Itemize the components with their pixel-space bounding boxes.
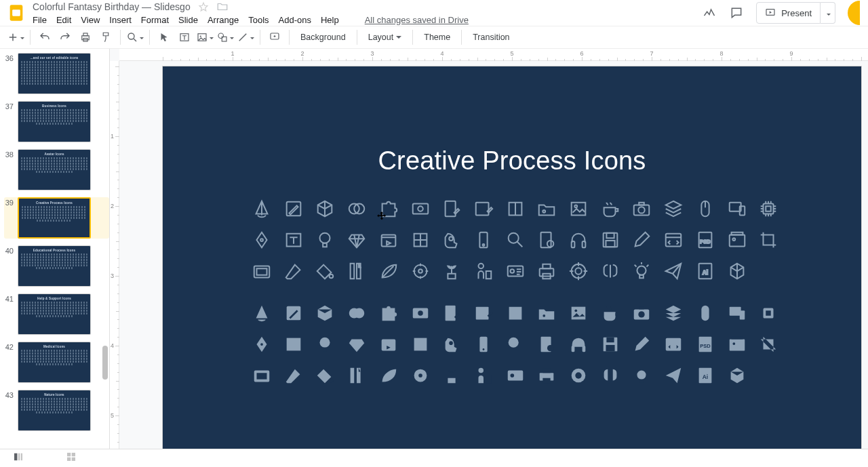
thumb-40[interactable]: 40Educational Process Icons: [4, 245, 109, 287]
solid-book-icon[interactable]: [505, 302, 526, 324]
outline-gallery-icon[interactable]: [726, 229, 748, 251]
menu-insert[interactable]: Insert: [109, 15, 132, 25]
solid-printer-icon[interactable]: [536, 365, 557, 386]
transition-button[interactable]: Transition: [467, 28, 515, 46]
outline-headphones-icon[interactable]: [568, 229, 589, 251]
save-status[interactable]: All changes saved in Drive: [365, 15, 469, 25]
solid-video-icon[interactable]: [378, 333, 399, 355]
print-button[interactable]: [77, 28, 94, 46]
outline-plant-icon[interactable]: [441, 260, 462, 282]
filmstrip-view-icon[interactable]: [12, 451, 24, 466]
solid-eye-frame-icon[interactable]: [410, 302, 431, 324]
outline-eye-frame-icon[interactable]: [410, 198, 431, 220]
outline-ai-file-icon[interactable]: Ai: [694, 260, 716, 282]
icon-grid-outline[interactable]: PSDAi: [251, 198, 780, 282]
outline-crop-icon[interactable]: [757, 229, 779, 251]
present-dropdown[interactable]: [821, 2, 835, 24]
outline-picture-icon[interactable]: [568, 198, 589, 220]
outline-figure-icon[interactable]: [473, 260, 494, 282]
outline-code-window-icon[interactable]: [663, 229, 684, 251]
solid-code-window-icon[interactable]: [663, 333, 684, 355]
menu-tools[interactable]: Tools: [248, 15, 269, 25]
present-button[interactable]: Present: [756, 2, 821, 24]
solid-puzzle-icon[interactable]: [378, 302, 399, 324]
outline-target-icon[interactable]: [568, 260, 589, 282]
solid-magnifier-icon[interactable]: [505, 333, 526, 355]
solid-gallery-icon[interactable]: [726, 333, 748, 355]
outline-pencil-ruler-icon[interactable]: [283, 198, 304, 220]
solid-paint-bucket-icon[interactable]: [314, 365, 336, 386]
solid-paper-plane-icon[interactable]: [663, 365, 684, 386]
theme-button[interactable]: Theme: [418, 28, 456, 46]
menu-slide[interactable]: Slide: [178, 15, 198, 25]
solid-target-icon[interactable]: [568, 365, 589, 386]
thumb-36[interactable]: 36...and our set of editable icons: [4, 53, 109, 94]
solid-folder-image-icon[interactable]: [536, 302, 557, 324]
menu-arrange[interactable]: Arrange: [208, 15, 239, 25]
select-tool[interactable]: [155, 28, 173, 46]
solid-head-gear-icon[interactable]: [441, 333, 462, 355]
document-title[interactable]: Colorful Fantasy Birthday — Slidesgo: [33, 1, 191, 12]
solid-layers-icon[interactable]: [663, 302, 684, 324]
outline-floppy-icon[interactable]: [599, 229, 621, 251]
outline-bulb-icon[interactable]: [314, 229, 336, 251]
solid-color-grid-icon[interactable]: [410, 333, 431, 355]
solid-mouse-icon[interactable]: [694, 302, 716, 324]
canvas-area[interactable]: 123456789 12345 Creative Process Icons P…: [110, 49, 868, 449]
solid-venn-icon[interactable]: [346, 302, 368, 324]
solid-bulb-icon[interactable]: [314, 333, 336, 355]
solid-camera-icon[interactable]: [631, 302, 652, 324]
outline-devices-icon[interactable]: [726, 198, 748, 220]
outline-hex-3d-icon[interactable]: [726, 260, 748, 282]
thumb-39[interactable]: 39Creative Process Icons: [4, 197, 109, 239]
solid-picture-icon[interactable]: [568, 302, 589, 324]
new-slide-button[interactable]: [7, 28, 24, 46]
solid-floppy-icon[interactable]: [599, 333, 621, 355]
outline-document-pen-icon[interactable]: [441, 198, 462, 220]
outline-id-ruler-icon[interactable]: [505, 260, 526, 282]
solid-eraser-icon[interactable]: [283, 365, 304, 386]
solid-pen-nib-icon[interactable]: [251, 333, 273, 355]
outline-psd-icon[interactable]: PSD: [694, 229, 716, 251]
undo-button[interactable]: [36, 28, 54, 46]
background-button[interactable]: Background: [295, 28, 351, 46]
account-avatar[interactable]: [848, 1, 860, 25]
solid-gear-badge-icon[interactable]: [410, 365, 431, 386]
outline-compass-icon[interactable]: [251, 198, 273, 220]
solid-ai-file-icon[interactable]: Ai: [694, 365, 716, 386]
solid-bulb-spark-icon[interactable]: [631, 365, 652, 386]
filmstrip[interactable]: 36...and our set of editable icons37Busi…: [0, 49, 110, 449]
thumb-41[interactable]: 41Help & Support Icons: [4, 293, 109, 335]
outline-leaf-pen-icon[interactable]: [378, 260, 399, 282]
solid-brain-icon[interactable]: [599, 365, 621, 386]
thumb-42[interactable]: 42Medical Icons: [4, 342, 109, 383]
solid-marker-icon[interactable]: [631, 333, 652, 355]
solid-leaf-pen-icon[interactable]: [378, 365, 399, 386]
solid-ruler-pen-icon[interactable]: [346, 365, 368, 386]
outline-magnifier-icon[interactable]: [505, 229, 526, 251]
outline-mouse-icon[interactable]: [694, 198, 716, 220]
outline-camera-icon[interactable]: [631, 198, 652, 220]
outline-bulb-spark-icon[interactable]: [631, 260, 652, 282]
solid-tablet-icon[interactable]: [251, 365, 273, 386]
slide-title[interactable]: Creative Process Icons: [163, 146, 861, 176]
outline-puzzle-icon[interactable]: [378, 198, 399, 220]
menu-edit[interactable]: Edit: [56, 15, 71, 25]
outline-diamond-icon[interactable]: [346, 229, 368, 251]
outline-phone-icon[interactable]: [473, 229, 494, 251]
outline-eraser-icon[interactable]: [283, 260, 304, 282]
outline-ruler-pen-icon[interactable]: [346, 260, 368, 282]
outline-printer-icon[interactable]: [536, 260, 557, 282]
icon-grid-solid[interactable]: PSDAi: [251, 302, 780, 386]
textbox-tool[interactable]: [176, 28, 193, 46]
redo-button[interactable]: [56, 28, 74, 46]
solid-phone-icon[interactable]: [473, 333, 494, 355]
layout-button[interactable]: Layout: [363, 28, 408, 46]
solid-plant-icon[interactable]: [441, 365, 462, 386]
slide-canvas[interactable]: Creative Process Icons PSDAi PSDAi: [163, 66, 861, 449]
outline-text-box-icon[interactable]: [283, 229, 304, 251]
outline-paint-bucket-icon[interactable]: [314, 260, 336, 282]
solid-chip-icon[interactable]: [757, 302, 779, 324]
solid-text-box-icon[interactable]: [283, 333, 304, 355]
outline-brain-icon[interactable]: [599, 260, 621, 282]
